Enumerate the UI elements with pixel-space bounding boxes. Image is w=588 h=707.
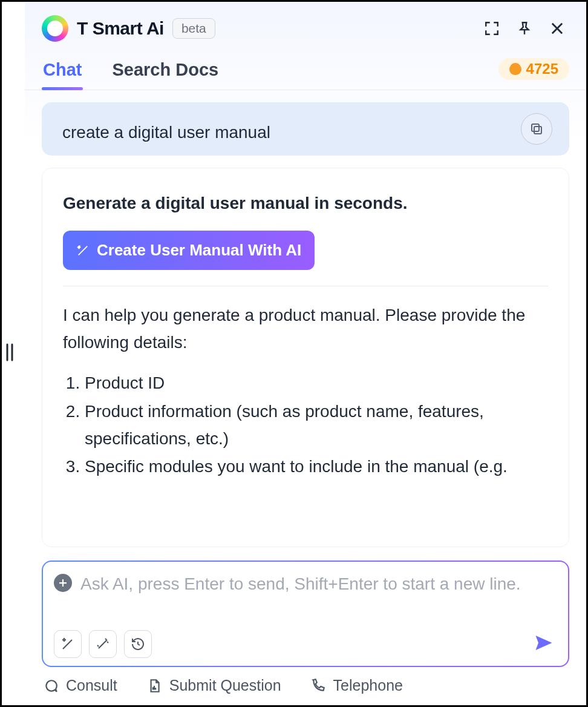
ai-write-icon[interactable] xyxy=(54,630,82,658)
user-message-text: create a digital user manual xyxy=(62,123,549,142)
tabs: Chat Search Docs 4725 xyxy=(25,50,586,90)
beta-badge: beta xyxy=(172,18,215,39)
app-logo-icon xyxy=(42,15,68,42)
divider xyxy=(63,286,548,286)
chat-content: create a digital user manual Generate a … xyxy=(25,90,586,547)
telephone-link[interactable]: Telephone xyxy=(310,677,403,694)
app-title: T Smart Ai xyxy=(77,18,164,39)
create-manual-button[interactable]: Create User Manual With AI xyxy=(63,231,315,271)
history-icon[interactable] xyxy=(124,630,152,658)
expand-icon[interactable] xyxy=(480,16,504,41)
ai-body-text: I can help you generate a product manual… xyxy=(63,302,548,357)
ai-panel: T Smart Ai beta Chat Search Docs 4725 cr… xyxy=(25,2,586,705)
credits-value: 4725 xyxy=(526,61,558,77)
svg-rect-0 xyxy=(534,127,541,134)
copy-icon[interactable] xyxy=(521,113,552,145)
footer: Consult Submit Question Telephone xyxy=(25,673,586,705)
list-item: Product information (such as product nam… xyxy=(85,398,548,453)
list-item: Specific modules you want to include in … xyxy=(85,453,548,481)
chat-bubble-icon xyxy=(43,678,59,694)
sparkle-pen-icon xyxy=(76,244,90,257)
list-item: Product ID xyxy=(85,370,548,397)
consult-link[interactable]: Consult xyxy=(43,677,117,694)
cta-label: Create User Manual With AI xyxy=(97,238,301,263)
input-area xyxy=(42,561,569,667)
consult-label: Consult xyxy=(66,677,117,694)
submit-question-link[interactable]: Submit Question xyxy=(146,677,281,694)
pin-icon[interactable] xyxy=(512,16,537,41)
telephone-label: Telephone xyxy=(333,677,403,694)
send-button[interactable] xyxy=(531,630,557,659)
resize-handle[interactable] xyxy=(5,343,14,364)
attach-button[interactable] xyxy=(54,574,72,592)
header: T Smart Ai beta xyxy=(25,2,586,50)
ai-heading: Generate a digital user manual in second… xyxy=(63,190,548,217)
phone-icon xyxy=(310,678,326,694)
ai-list: Product ID Product information (such as … xyxy=(63,370,548,481)
tab-search-docs[interactable]: Search Docs xyxy=(111,54,220,90)
fade-overlay xyxy=(42,516,569,547)
chat-input[interactable] xyxy=(80,571,557,626)
submit-label: Submit Question xyxy=(169,677,281,694)
svg-rect-1 xyxy=(532,124,539,131)
document-icon xyxy=(146,678,162,694)
ai-message: Generate a digital user manual in second… xyxy=(42,168,569,547)
credits-badge[interactable]: 4725 xyxy=(498,58,569,80)
user-message: create a digital user manual xyxy=(42,102,569,156)
magic-wand-icon[interactable] xyxy=(89,630,117,658)
credits-icon xyxy=(509,63,521,75)
close-icon[interactable] xyxy=(545,16,569,41)
tab-chat[interactable]: Chat xyxy=(42,54,83,90)
